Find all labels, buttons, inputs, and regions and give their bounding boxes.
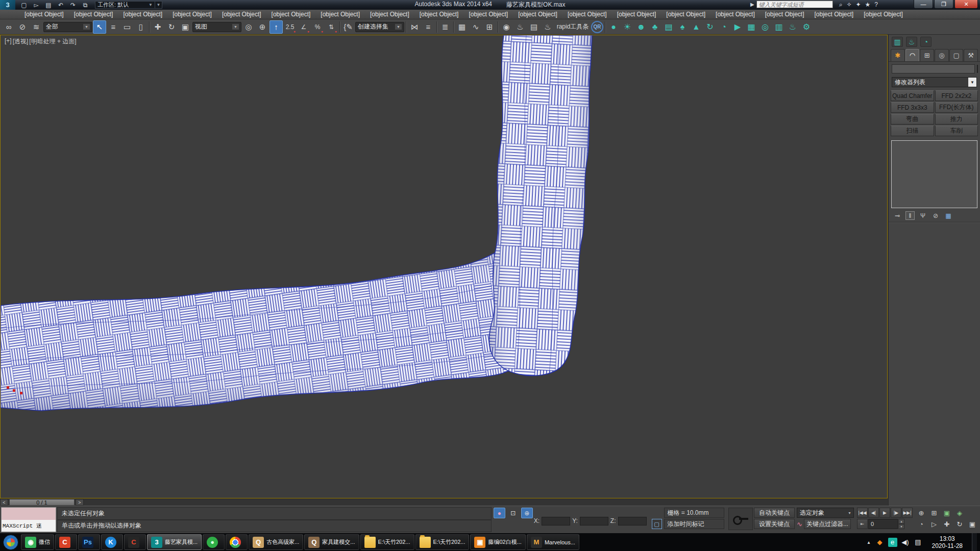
menu-item[interactable]: [object Object]	[710, 10, 760, 19]
search-input[interactable]	[756, 1, 833, 8]
menu-item[interactable]: [object Object]	[810, 10, 859, 19]
viewport-menu-plus[interactable]: [+]	[5, 37, 12, 46]
select-and-place-icon[interactable]: ↑	[270, 20, 283, 34]
satellite-icon[interactable]: ✦	[855, 1, 861, 8]
bulb-icon[interactable]: ◔	[920, 37, 932, 47]
modifier-stack-list[interactable]	[891, 140, 977, 208]
menu-item[interactable]: [object Object]	[513, 10, 562, 19]
key-curve-icon[interactable]: ∿	[797, 520, 802, 528]
bind-to-space-warp-icon[interactable]: ≋	[30, 20, 43, 34]
toolbar-separator[interactable]	[338, 21, 341, 33]
reference-coordinate-dropdown[interactable]: 视图	[192, 22, 241, 32]
tab-create[interactable]: ✱	[891, 49, 905, 61]
remove-modifier-icon[interactable]: ⊘	[931, 211, 940, 220]
taskbar-qq-group-2[interactable]: Q 家具建模交...	[304, 534, 359, 550]
taskbar-folder-2[interactable]: E:\天竹202...	[415, 534, 470, 550]
selection-lock-toggle[interactable]: ⊡	[507, 508, 519, 518]
taskbar-chrome[interactable]	[226, 534, 248, 550]
toolbar-separator[interactable]	[497, 21, 499, 33]
tree-list-icon[interactable]: ♠	[676, 20, 689, 34]
tab-hierarchy[interactable]: ⊞	[920, 49, 934, 61]
taskbar-folder-1[interactable]: E:\天竹202...	[360, 534, 414, 550]
taskbar-wechat[interactable]: ◉ 微信	[21, 534, 54, 550]
video-card-icon[interactable]: ▦	[745, 20, 758, 34]
y-coordinate-field[interactable]	[580, 517, 608, 525]
key-icon[interactable]: ✧	[846, 1, 851, 8]
taskbar-clock[interactable]: 13:03 2020-11-28	[928, 535, 967, 549]
select-object-icon[interactable]: ↖	[93, 20, 106, 34]
creature-icon[interactable]: ☻	[634, 20, 648, 34]
container-icon[interactable]: ▥	[892, 37, 903, 47]
configure-modifier-sets-icon[interactable]: ▦	[944, 211, 953, 220]
modifier-button-sweep[interactable]: 扫描	[891, 126, 934, 136]
balloon-sky-icon[interactable]: ●	[607, 20, 620, 34]
tab-display[interactable]: ▢	[949, 49, 964, 61]
modifier-list-dropdown[interactable]: 修改器列表 ▼	[892, 77, 977, 87]
daylight-sun-icon[interactable]: ☀	[621, 20, 634, 34]
select-and-rotate-icon[interactable]: ↻	[165, 20, 178, 34]
forest-trees-icon[interactable]: ♣	[648, 20, 662, 34]
named-selection-sets-dropdown[interactable]: 创建选择集	[355, 22, 404, 32]
toolbar-separator[interactable]	[435, 21, 438, 33]
maxscript-mini-listener[interactable]: MAXScript 迷	[1, 507, 56, 532]
rapid-toolbar-label[interactable]: rapid工具条	[555, 20, 591, 34]
absolute-offset-toggle[interactable]: ⊕	[521, 508, 533, 518]
menu-item[interactable]: [object Object]	[266, 10, 316, 19]
tray-network-icon[interactable]: ▤	[914, 538, 923, 547]
align-icon[interactable]: ≡	[422, 20, 435, 34]
menu-item[interactable]: [object Object]	[463, 10, 513, 19]
z-coordinate-field[interactable]	[618, 517, 647, 525]
snap-move-icon[interactable]: ⊕	[256, 20, 269, 34]
arrow-icon[interactable]: ▷	[928, 519, 940, 529]
zoom-all-icon[interactable]: ⊞	[928, 508, 940, 518]
grid-cube-icon[interactable]: ▢	[652, 519, 662, 529]
help-icon[interactable]: ?	[874, 1, 878, 8]
menu-item[interactable]: [object Object]	[661, 10, 710, 19]
search-icon[interactable]: ⌕	[839, 1, 843, 8]
window-crossing-icon[interactable]: ▯	[134, 20, 148, 34]
toolbar-separator[interactable]	[452, 21, 455, 33]
undo-icon[interactable]: ↶	[55, 1, 66, 9]
pan-icon[interactable]: ✚	[941, 519, 952, 529]
qr-icon[interactable]: QR	[591, 21, 603, 33]
graphite-ribbon-icon[interactable]: ▦	[455, 20, 469, 34]
close-button[interactable]: ✕	[954, 0, 978, 9]
menu-item[interactable]: [object Object]	[562, 10, 612, 19]
minimize-button[interactable]: —	[914, 0, 933, 9]
go-to-end-icon[interactable]: ▶▶|	[902, 508, 913, 518]
set-keys-button[interactable]	[728, 508, 753, 530]
modifier-button-ffd-3x3x3[interactable]: FFD 3x3x3	[891, 102, 934, 113]
workspace-more-button[interactable]: ▼	[155, 1, 162, 9]
open-file-icon[interactable]: ▻	[31, 1, 42, 9]
taskbar-green-browser[interactable]: ●	[203, 534, 225, 550]
object-color-swatch[interactable]	[977, 65, 978, 73]
viewport-shading-label[interactable]: [明暗处理 + 边面]	[29, 37, 76, 46]
layer-manager-icon[interactable]: ≣	[438, 20, 452, 34]
frame-spinner[interactable]: ▲▼	[898, 519, 904, 529]
zoom-icon[interactable]: ⊕	[916, 508, 927, 518]
project-folder-icon[interactable]: ⧉	[80, 1, 91, 9]
play-icon[interactable]: ▶	[879, 508, 890, 518]
next-frame-button[interactable]: >	[76, 499, 84, 506]
mirror-icon[interactable]: ⋈	[408, 20, 421, 34]
maximize-viewport-icon[interactable]: ▣	[967, 519, 978, 529]
workspace-dropdown[interactable]: 工作区: 默认 ▼	[95, 1, 155, 9]
object-name-field[interactable]	[892, 64, 975, 73]
perspective-viewport[interactable]: [+][透视][明暗处理 + 边面]	[0, 35, 888, 498]
search-toggle-icon[interactable]: ▶	[750, 2, 754, 7]
material-editor-icon[interactable]: ◉	[500, 20, 513, 34]
time-slider-handle[interactable]: 0 / 1	[9, 499, 75, 506]
menu-item[interactable]: [object Object]	[612, 10, 662, 19]
start-button[interactable]	[3, 535, 18, 550]
taskbar-k-app[interactable]: K	[101, 534, 123, 550]
3dsmax-logo-icon[interactable]: 3	[0, 0, 15, 10]
modifier-button-ffd-box[interactable]: FFD(长方体)	[935, 102, 978, 113]
toolbar-separator[interactable]	[604, 21, 606, 33]
new-file-icon[interactable]: ▢	[18, 1, 30, 9]
modifier-button-ffd-2x2x2[interactable]: FFD 2x2x2	[935, 90, 978, 101]
menu-item[interactable]: [object Object]	[217, 10, 266, 19]
orbit-icon[interactable]: ↻	[954, 519, 965, 529]
teapot-outline-icon[interactable]: ♨	[786, 20, 799, 34]
schematic-view-icon[interactable]: ⊞	[483, 20, 496, 34]
percent-snap-icon[interactable]: %	[311, 20, 324, 34]
